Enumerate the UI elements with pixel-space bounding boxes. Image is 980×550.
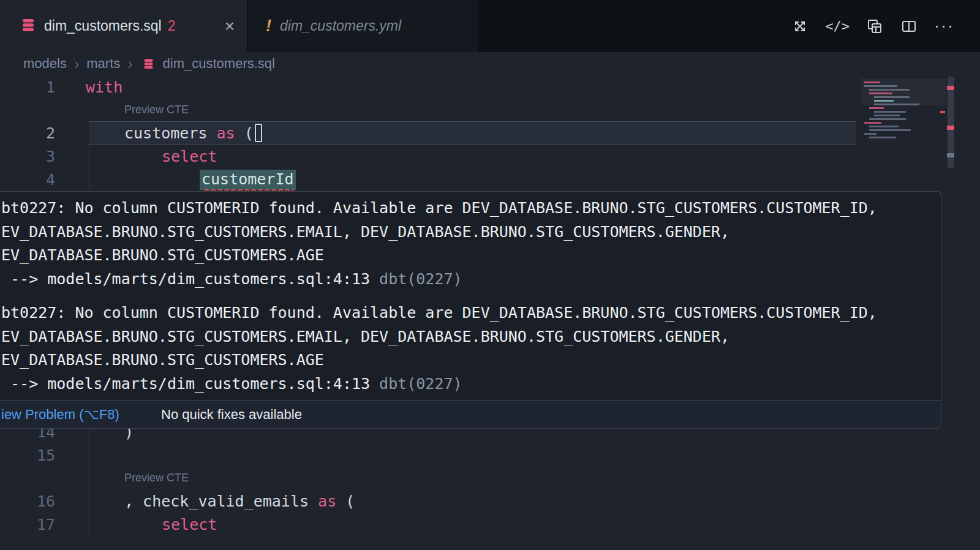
crossed-arrows-icon[interactable] — [791, 18, 809, 35]
codelens-preview-cte-link[interactable]: Preview CTE — [124, 104, 189, 116]
error-text-line: EV_DATABASE.BRUNO.STG_CUSTOMERS.AGE — [1, 244, 935, 268]
error-text-line: EV_DATABASE.BRUNO.STG_CUSTOMERS.EMAIL, D… — [1, 220, 935, 244]
token-keyword: select — [162, 516, 217, 533]
line-number: 3 — [0, 148, 55, 165]
code-line-1[interactable]: 1with — [0, 75, 980, 99]
breadcrumb-item-file[interactable]: dim_customers.sql — [163, 56, 275, 72]
error-token: customerId — [200, 170, 296, 190]
error-code: dbt(0227) — [370, 270, 462, 288]
error-location: --> models/marts/dim_customers.sql:4:13 — [1, 270, 370, 288]
line-number: 15 — [0, 446, 55, 464]
error-location: --> models/marts/dim_customers.sql:4:13 — [1, 375, 370, 393]
database-icon — [143, 58, 154, 70]
line-number: 1 — [0, 78, 55, 96]
code-line-4[interactable]: 4customerId — [0, 168, 980, 191]
code-preview-icon[interactable]: </> — [825, 18, 850, 34]
code-text: with — [86, 78, 123, 96]
error-message-1: bt0227: No column CUSTOMERID found. Avai… — [1, 197, 935, 291]
error-text-line: bt0227: No column CUSTOMERID found. Avai… — [1, 301, 935, 325]
error-marker — [947, 86, 954, 90]
error-text-line: bt0227: No column CUSTOMERID found. Avai… — [1, 197, 935, 220]
code-line-16[interactable]: 16, check_valid_emails as ( — [0, 489, 980, 513]
cursor-marker — [947, 153, 954, 157]
code-lines-top: 1withPreview CTE2customers as (3select4c… — [0, 75, 980, 191]
error-messages: bt0227: No column CUSTOMERID found. Avai… — [0, 192, 941, 400]
token-keyword: with — [86, 78, 123, 96]
codelens: Preview CTE — [0, 467, 980, 489]
error-text-line: EV_DATABASE.BRUNO.STG_CUSTOMERS.EMAIL, D… — [1, 325, 935, 349]
minimap[interactable] — [861, 78, 946, 143]
error-marker — [947, 126, 954, 130]
codelens-preview-cte-link[interactable]: Preview CTE — [124, 472, 189, 484]
token-keyword: as — [318, 492, 336, 510]
code-editor[interactable]: 1withPreview CTE2customers as (3select4c… — [0, 75, 980, 550]
line-number: 2 — [0, 124, 55, 142]
code-lines-bottom: 14)15Preview CTE16, check_valid_emails a… — [0, 420, 980, 536]
code-text: select — [86, 516, 217, 533]
chevron-right-icon: › — [74, 56, 79, 72]
tab-label: dim_customers.sql — [44, 18, 162, 34]
tab-dim-customers-yml[interactable]: ! dim_customers.yml — [247, 0, 478, 52]
line-number: 16 — [0, 492, 55, 510]
token-plain: , check_valid_emails — [124, 492, 318, 510]
error-hover-tooltip: bt0227: No column CUSTOMERID found. Avai… — [0, 191, 941, 429]
error-location-line: --> models/marts/dim_customers.sql:4:13 … — [1, 268, 935, 292]
breadcrumb-item-models[interactable]: models — [23, 56, 67, 72]
close-icon[interactable]: × — [225, 18, 235, 35]
token-keyword: select — [162, 148, 217, 165]
token-plain: ( — [336, 492, 355, 510]
database-icon — [21, 17, 36, 36]
copy-results-icon[interactable] — [865, 18, 884, 35]
error-text-line: EV_DATABASE.BRUNO.STG_CUSTOMERS.AGE — [1, 348, 935, 372]
hover-footer: iew Problem (⌥F8) No quick fixes availab… — [0, 400, 941, 428]
token-keyword: as — [217, 124, 235, 142]
tab-label: dim_customers.yml — [280, 18, 401, 34]
code-line-17[interactable]: 17select — [0, 513, 980, 536]
editor-actions: </> ··· — [791, 0, 980, 52]
token-plain: ( — [235, 124, 254, 142]
view-problem-link[interactable]: iew Problem (⌥F8) — [1, 407, 119, 423]
breadcrumb-item-marts[interactable]: marts — [86, 56, 120, 72]
more-actions-icon[interactable]: ··· — [934, 18, 954, 34]
no-quick-fixes-text: No quick fixes available — [161, 407, 302, 423]
code-text: , check_valid_emails as ( — [86, 492, 355, 510]
codelens: Preview CTE — [0, 99, 980, 121]
text-cursor — [255, 124, 262, 142]
code-text: select — [86, 148, 217, 165]
code-line-2[interactable]: 2customers as ( — [0, 121, 980, 145]
error-message-2: bt0227: No column CUSTOMERID found. Avai… — [1, 301, 935, 396]
error-location-line: --> models/marts/dim_customers.sql:4:13 … — [1, 372, 935, 396]
line-number: 4 — [0, 171, 55, 189]
modified-count-badge: 2 — [168, 18, 176, 34]
chevron-right-icon: › — [127, 56, 132, 72]
overview-ruler-scrollbar[interactable] — [946, 75, 956, 550]
tab-dim-customers-sql[interactable]: dim_customers.sql 2 × — [0, 0, 247, 52]
code-text: customers as ( — [86, 124, 262, 142]
tab-bar: dim_customers.sql 2 × ! dim_customers.ym… — [0, 0, 980, 52]
breadcrumb: models › marts › dim_customers.sql — [0, 52, 980, 75]
error-code: dbt(0227) — [370, 375, 462, 393]
code-text: customerId — [86, 170, 296, 190]
warning-icon: ! — [266, 17, 271, 36]
code-line-15[interactable]: 15 — [0, 443, 980, 467]
split-editor-icon[interactable] — [900, 18, 918, 35]
line-number: 17 — [0, 516, 55, 533]
token-plain: customers — [124, 124, 217, 142]
code-line-3[interactable]: 3select — [0, 145, 980, 168]
